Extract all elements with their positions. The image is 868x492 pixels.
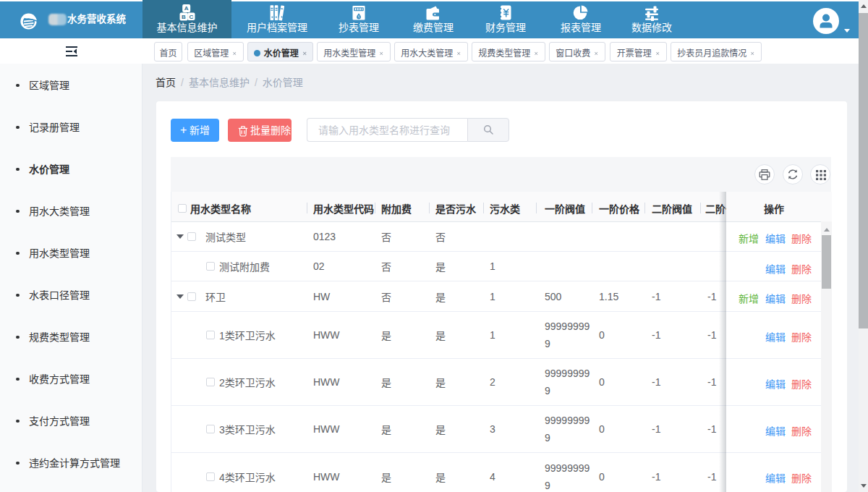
svg-text:A: A: [184, 5, 188, 12]
svg-text:B: B: [182, 14, 186, 20]
svg-text:C: C: [189, 14, 193, 20]
